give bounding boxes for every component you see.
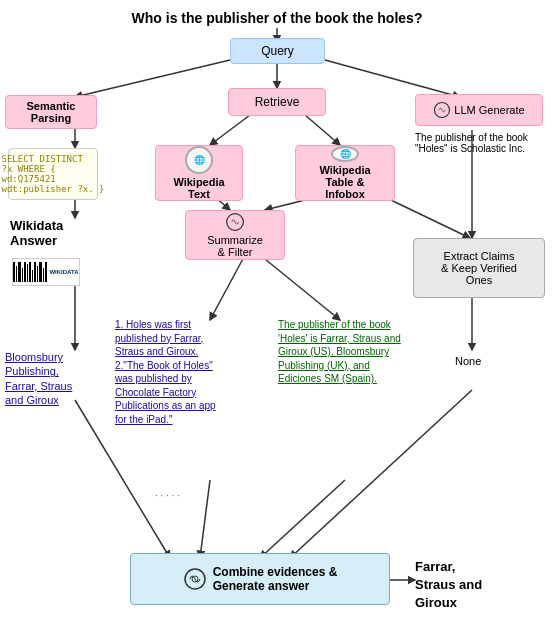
sparql-text: SELECT DISTINCT ?x WHERE { wd:Q175421 wd… xyxy=(2,154,105,194)
wiki-text-result: 1. Holes was first published by Farrar, … xyxy=(115,318,225,426)
wikipedia-text-box: 🌐 WikipediaText xyxy=(155,145,243,201)
llm-generate-box: LLM Generate xyxy=(415,94,543,126)
wiki-table-result: The publisher of the book 'Holes' is Far… xyxy=(278,318,408,386)
semantic-parsing-label: Semantic Parsing xyxy=(6,100,96,124)
openai-icon-3 xyxy=(183,567,207,591)
wiki-icon-text: 🌐 xyxy=(185,146,213,174)
none-label: None xyxy=(455,355,481,367)
summarize-box: Summarize& Filter xyxy=(185,210,285,260)
dots: · · · · · xyxy=(155,490,180,501)
sparql-box: SELECT DISTINCT ?x WHERE { wd:Q175421 wd… xyxy=(8,148,98,200)
wikipedia-table-label: WikipediaTable &Infobox xyxy=(319,164,370,200)
wikidata-answer: Bloomsbury Publishing, Farrar, Straus an… xyxy=(5,350,105,407)
svg-line-19 xyxy=(290,390,472,558)
summarize-label: Summarize& Filter xyxy=(207,234,263,258)
wiki-icon-table: 🌐 xyxy=(331,146,359,162)
svg-line-17 xyxy=(200,480,210,558)
final-answer: Farrar, Straus and Giroux xyxy=(415,558,482,613)
wikipedia-table-box: 🌐 WikipediaTable &Infobox xyxy=(295,145,395,201)
page-title: Who is the publisher of the book the hol… xyxy=(0,4,554,30)
query-label: Query xyxy=(261,44,294,58)
extract-claims-label: Extract Claims & Keep Verified Ones xyxy=(441,250,517,286)
openai-icon xyxy=(433,101,451,119)
svg-line-12 xyxy=(210,255,245,320)
combine-label: Combine evidences & Generate answer xyxy=(213,565,338,593)
llm-generate-label: LLM Generate xyxy=(454,104,524,116)
svg-line-3 xyxy=(325,60,460,97)
semantic-parsing-box: Semantic Parsing xyxy=(5,95,97,129)
query-box: Query xyxy=(230,38,325,64)
svg-line-18 xyxy=(260,480,345,558)
svg-line-8 xyxy=(305,115,340,145)
extract-claims-box: Extract Claims & Keep Verified Ones xyxy=(413,238,545,298)
svg-line-13 xyxy=(260,255,340,320)
llm-text-result: The publisher of the book "Holes" is Sch… xyxy=(415,132,547,154)
openai-icon-2 xyxy=(225,212,245,232)
retrieve-box: Retrieve xyxy=(228,88,326,116)
svg-line-7 xyxy=(210,115,250,145)
page-container: Who is the publisher of the book the hol… xyxy=(0,0,554,620)
wikipedia-text-label: WikipediaText xyxy=(173,176,224,200)
svg-line-1 xyxy=(75,60,230,97)
wikidata-label: Wikidata Answer xyxy=(10,218,63,248)
wikidata-logo: WIKIDATA xyxy=(12,258,80,286)
combine-box: Combine evidences & Generate answer xyxy=(130,553,390,605)
retrieve-label: Retrieve xyxy=(255,95,300,109)
